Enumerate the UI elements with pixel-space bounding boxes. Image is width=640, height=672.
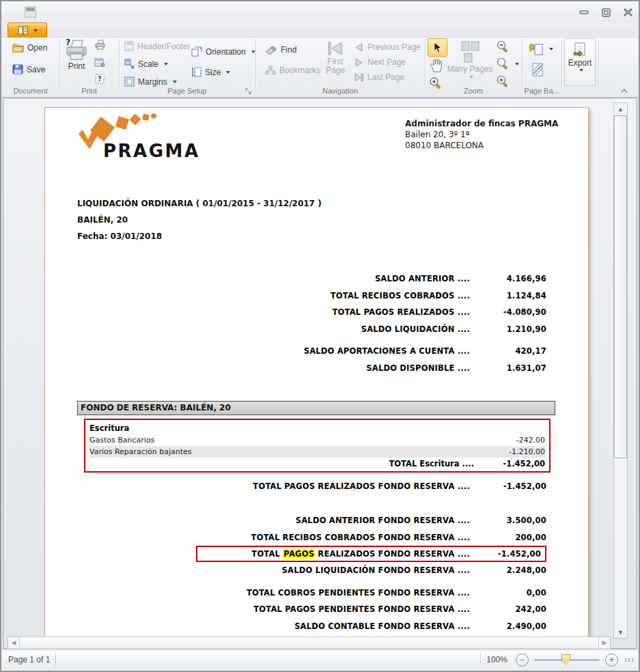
watermark-button[interactable] — [531, 63, 544, 79]
orientation-button[interactable]: Orientation — [191, 46, 255, 57]
minimize-button[interactable] — [576, 7, 592, 18]
row-value: 242,00 — [470, 604, 546, 614]
sender-block: Administrador de fincas PRAGMA Bailen 20… — [405, 118, 576, 151]
zoom-icon — [496, 57, 510, 70]
row-value: 420,17 — [470, 346, 546, 356]
save-button[interactable]: Save — [12, 64, 45, 74]
escritura-total-row: TOTAL Escritura .... -1.452,00 — [89, 458, 545, 470]
printer-icon: ? — [64, 38, 89, 61]
find-button[interactable]: Find — [265, 45, 296, 55]
scroll-right-arrow[interactable]: ▶ — [599, 637, 610, 648]
pointer-icon — [433, 42, 442, 53]
escritura-row: Gastos Bancarios-242,00 — [89, 434, 545, 446]
row-label: TOTAL PAGOS REALIZADOS FONDO RESERVA ...… — [77, 481, 470, 491]
many-pages-label: Many Pages — [447, 64, 493, 74]
chevron-down-icon — [469, 76, 473, 79]
restore-button[interactable] — [598, 7, 614, 18]
vertical-scroll-thumb[interactable] — [614, 115, 627, 458]
titlebar — [1, 1, 639, 22]
pointer-tool-button[interactable] — [428, 38, 447, 57]
find-icon — [265, 46, 277, 55]
horizontal-scroll-thumb[interactable] — [19, 637, 599, 648]
row-label: SALDO DISPONIBLE .... — [77, 363, 470, 373]
print-options-button[interactable] — [94, 57, 105, 70]
last-page-button[interactable]: Last Page — [354, 72, 404, 82]
report-row: SALDO CONTABLE FONDO RESERVA ....2.490,0… — [77, 618, 546, 635]
previous-page-label: Previous Page — [367, 42, 421, 52]
save-disk-icon — [12, 64, 23, 74]
close-icon[interactable] — [620, 7, 636, 18]
bookmarks-label: Bookmarks — [279, 66, 320, 75]
fondo-rows: SALDO ANTERIOR FONDO RESERVA ....3.500,0… — [77, 512, 546, 634]
scale-button[interactable]: Scale — [124, 59, 168, 69]
report-row: TOTAL PAGOS REALIZADOS ....-4.080,90 — [77, 304, 546, 321]
margins-label: Margins — [138, 77, 167, 87]
print-help-button[interactable]: ? — [95, 74, 105, 87]
report-row: TOTAL RECIBOS COBRADOS ....1.124,84 — [77, 288, 546, 305]
row-value: 200,00 — [470, 533, 546, 542]
collapse-ribbon-button[interactable] — [620, 85, 629, 97]
zoom-slider[interactable] — [534, 659, 600, 661]
zoom-out-status-button[interactable]: − — [516, 654, 529, 667]
find-label: Find — [281, 45, 296, 55]
open-button[interactable]: Open — [12, 42, 47, 53]
horizontal-scrollbar[interactable]: ◀ ▶ — [8, 636, 611, 649]
bookmarks-button[interactable]: Bookmarks — [265, 66, 320, 75]
next-page-button[interactable]: Next Page — [354, 57, 406, 67]
group-separator — [425, 40, 426, 92]
zoom-in-status-button[interactable]: + — [605, 654, 618, 667]
row-label: TOTAL RECIBOS COBRADOS FONDO RESERVA ...… — [77, 533, 470, 542]
page-color-icon — [529, 42, 544, 56]
zoom-select-button[interactable] — [496, 57, 519, 70]
first-page-button[interactable]: First Page — [321, 40, 350, 75]
orientation-label: Orientation — [206, 47, 246, 57]
header-footer-button[interactable]: Header/Footer — [124, 41, 190, 51]
sender-address-line: 08010 BARCELONA — [405, 140, 576, 151]
ribbon: Open Save Document ? Print ? Print Heade… — [1, 22, 639, 98]
group-label-document: Document — [1, 87, 59, 96]
group-separator — [598, 40, 599, 92]
margins-button[interactable]: Margins — [124, 76, 177, 87]
zoom-out-icon — [496, 40, 510, 53]
zoom-percentage: 100% — [486, 655, 507, 664]
svg-text:?: ? — [66, 38, 70, 47]
row-label: SALDO CONTABLE FONDO RESERVA .... — [77, 621, 470, 631]
report-page: PRAGMA Administrador de fincas PRAGMA Ba… — [44, 107, 589, 641]
report-row: SALDO ANTERIOR FONDO RESERVA ....3.500,0… — [77, 512, 546, 529]
chevron-down-icon — [164, 63, 168, 66]
row-label: TOTAL PAGOS REALIZADOS FONDO RESERVA ...… — [200, 549, 470, 559]
vertical-scrollbar[interactable]: ▲ ▼ — [613, 102, 628, 639]
previous-page-button[interactable]: Previous Page — [354, 42, 421, 52]
application-menu-button[interactable] — [8, 23, 47, 38]
size-button[interactable]: Size — [191, 67, 230, 77]
print-button[interactable]: ? Print — [61, 38, 92, 71]
row-label: TOTAL PAGOS PENDIENTES FONDO RESERVA ...… — [77, 604, 470, 614]
first-page-label: First Page — [322, 57, 349, 75]
row-value: -1.452,00 — [474, 459, 545, 468]
scroll-up-arrow[interactable]: ▲ — [614, 103, 627, 115]
row-label: TOTAL Escritura .... — [89, 459, 474, 468]
report-row: TOTAL PAGOS REALIZADOS FONDO RESERVA ...… — [77, 478, 546, 495]
group-separator — [59, 40, 60, 92]
group-label-page-setup: Page Setup — [119, 87, 255, 96]
group-label-print: Print — [59, 87, 119, 96]
row-label: SALDO LIQUIDACIÓN .... — [77, 324, 470, 334]
export-button[interactable]: Export — [564, 38, 596, 86]
zoom-slider-thumb[interactable] — [561, 654, 570, 666]
report-row: SALDO LIQUIDACIÓN FONDO RESERVA ....2.24… — [77, 562, 546, 579]
next-page-label: Next Page — [367, 57, 406, 67]
scroll-left-arrow[interactable]: ◀ — [8, 637, 19, 648]
hand-tool-button[interactable] — [429, 58, 444, 76]
page-setup-dialog-launcher[interactable] — [245, 85, 252, 98]
zoom-out-button[interactable] — [496, 40, 510, 56]
scroll-down-arrow[interactable]: ▼ — [614, 626, 627, 638]
page-color-button[interactable] — [529, 42, 553, 56]
row-value: 1.631,07 — [470, 363, 546, 373]
chevron-down-icon — [251, 51, 255, 53]
resize-grip[interactable] — [625, 658, 635, 662]
highlighted-text: PAGOS — [283, 549, 315, 559]
quick-print-button[interactable] — [94, 40, 106, 53]
scale-icon — [124, 59, 135, 69]
row-label: Gastos Bancarios — [89, 436, 474, 445]
many-pages-button[interactable]: Many Pages — [447, 40, 493, 79]
